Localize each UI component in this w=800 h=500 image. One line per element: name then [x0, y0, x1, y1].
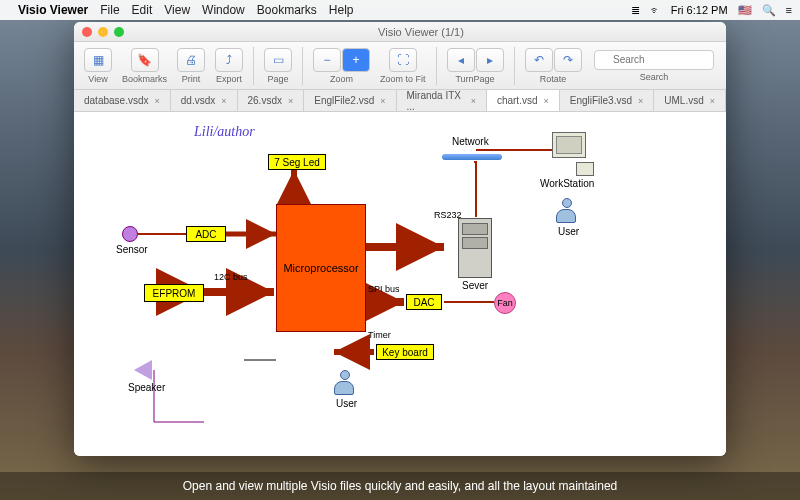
- label-spi: SPI bus: [368, 284, 400, 294]
- bookmarks-button[interactable]: 🔖: [131, 48, 159, 72]
- export-button[interactable]: ⤴: [215, 48, 243, 72]
- battery-icon[interactable]: ≣: [631, 4, 640, 17]
- tab-uml[interactable]: UML.vsd×: [654, 90, 726, 111]
- print-label: Print: [182, 74, 201, 84]
- toolbar-separator: [436, 47, 437, 85]
- sensor-icon: [122, 226, 138, 242]
- macos-menubar: Visio Viewer File Edit View Window Bookm…: [0, 0, 800, 20]
- search-label: Search: [594, 72, 714, 82]
- menu-window[interactable]: Window: [202, 3, 245, 17]
- tab-dd[interactable]: dd.vsdx×: [171, 90, 238, 111]
- close-window-button[interactable]: [82, 27, 92, 37]
- zoom-window-button[interactable]: [114, 27, 124, 37]
- speaker-label: Speaker: [128, 382, 165, 393]
- search-input[interactable]: [594, 50, 714, 70]
- toolbar-page-group: ▭ Page: [260, 46, 296, 86]
- turnpage-label: TurnPage: [455, 74, 494, 84]
- zoom-label: Zoom: [330, 74, 353, 84]
- diagram-canvas[interactable]: Lili/author 7 Seg Led ADC EFPROM Micropr…: [74, 112, 726, 456]
- close-icon[interactable]: ×: [710, 96, 715, 106]
- sensor-label: Sensor: [116, 244, 148, 255]
- label-timer: Timer: [368, 330, 391, 340]
- clock[interactable]: Fri 6:12 PM: [671, 4, 728, 16]
- view-label: View: [88, 74, 107, 84]
- toolbar-view-group: ▦ View: [80, 46, 116, 86]
- user-icon: [334, 370, 356, 396]
- flag-icon[interactable]: 🇺🇸: [738, 4, 752, 17]
- toolbar-turnpage-group: ◂ ▸ TurnPage: [443, 46, 508, 86]
- menu-view[interactable]: View: [164, 3, 190, 17]
- page-button[interactable]: ▭: [264, 48, 292, 72]
- tab-26[interactable]: 26.vsdx×: [238, 90, 305, 111]
- app-window: Visio Viewer (1/1) ▦ View 🔖 Bookmarks 🖨 …: [74, 22, 726, 456]
- toolbar-zoomfit-group: ⛶ Zoom to Fit: [376, 46, 430, 86]
- print-button[interactable]: 🖨: [177, 48, 205, 72]
- toolbar-separator: [514, 47, 515, 85]
- wifi-icon[interactable]: ᯤ: [650, 4, 661, 16]
- toolbar-export-group: ⤴ Export: [211, 46, 247, 86]
- menu-help[interactable]: Help: [329, 3, 354, 17]
- network-icon: [442, 154, 502, 160]
- close-icon[interactable]: ×: [155, 96, 160, 106]
- close-icon[interactable]: ×: [380, 96, 385, 106]
- user-label: User: [558, 226, 579, 237]
- tab-englfile2[interactable]: EnglFile2.vsd×: [304, 90, 396, 111]
- close-icon[interactable]: ×: [221, 96, 226, 106]
- workstation-label: WorkStation: [540, 178, 594, 189]
- tab-englifile3[interactable]: EngliFile3.vsd×: [560, 90, 655, 111]
- prev-page-button[interactable]: ◂: [447, 48, 475, 72]
- close-icon[interactable]: ×: [288, 96, 293, 106]
- tab-chart[interactable]: chart.vsd×: [487, 90, 560, 111]
- caption-text: Open and view multiple Visio files quick…: [183, 479, 617, 493]
- menu-bookmarks[interactable]: Bookmarks: [257, 3, 317, 17]
- fan-icon: Fan: [494, 292, 516, 314]
- zoom-in-button[interactable]: +: [342, 48, 370, 72]
- minimize-window-button[interactable]: [98, 27, 108, 37]
- speaker-icon: [134, 360, 152, 380]
- traffic-lights: [82, 27, 124, 37]
- block-dac: DAC: [406, 294, 442, 310]
- toolbar-zoom-group: − + Zoom: [309, 46, 374, 86]
- app-name[interactable]: Visio Viewer: [18, 3, 88, 17]
- zoom-fit-button[interactable]: ⛶: [389, 48, 417, 72]
- view-button[interactable]: ▦: [84, 48, 112, 72]
- spotlight-icon[interactable]: 🔍: [762, 4, 776, 17]
- close-icon[interactable]: ×: [471, 96, 476, 106]
- notification-icon[interactable]: ≡: [786, 4, 792, 16]
- toolbar-separator: [253, 47, 254, 85]
- tabbar: database.vsdx× dd.vsdx× 26.vsdx× EnglFil…: [74, 90, 726, 112]
- export-label: Export: [216, 74, 242, 84]
- rotate-right-button[interactable]: ↷: [554, 48, 582, 72]
- window-titlebar: Visio Viewer (1/1): [74, 22, 726, 42]
- tab-database[interactable]: database.vsdx×: [74, 90, 171, 111]
- close-icon[interactable]: ×: [638, 96, 643, 106]
- rotate-label: Rotate: [540, 74, 567, 84]
- server-icon: [458, 218, 492, 278]
- block-7seg: 7 Seg Led: [268, 154, 326, 170]
- label-12c: 12C bus: [214, 272, 248, 282]
- user-icon: [556, 198, 578, 224]
- workstation-icon: [544, 132, 594, 176]
- caption-bar: Open and view multiple Visio files quick…: [0, 472, 800, 500]
- block-keyboard: Key board: [376, 344, 434, 360]
- next-page-button[interactable]: ▸: [476, 48, 504, 72]
- toolbar-separator: [302, 47, 303, 85]
- tab-miranda[interactable]: Miranda ITX ...×: [397, 90, 487, 111]
- rotate-left-button[interactable]: ↶: [525, 48, 553, 72]
- toolbar-print-group: 🖨 Print: [173, 46, 209, 86]
- block-microprocessor: Microprocessor: [276, 204, 366, 332]
- menu-file[interactable]: File: [100, 3, 119, 17]
- close-icon[interactable]: ×: [543, 96, 548, 106]
- toolbar-rotate-group: ↶ ↷ Rotate: [521, 46, 586, 86]
- network-label: Network: [452, 136, 489, 147]
- user-label: User: [336, 398, 357, 409]
- zoomfit-label: Zoom to Fit: [380, 74, 426, 84]
- block-efprom: EFPROM: [144, 284, 204, 302]
- window-title: Visio Viewer (1/1): [124, 26, 718, 38]
- toolbar-bookmarks-group: 🔖 Bookmarks: [118, 46, 171, 86]
- zoom-out-button[interactable]: −: [313, 48, 341, 72]
- block-adc: ADC: [186, 226, 226, 242]
- author-label: Lili/author: [194, 124, 255, 140]
- page-label: Page: [268, 74, 289, 84]
- menu-edit[interactable]: Edit: [132, 3, 153, 17]
